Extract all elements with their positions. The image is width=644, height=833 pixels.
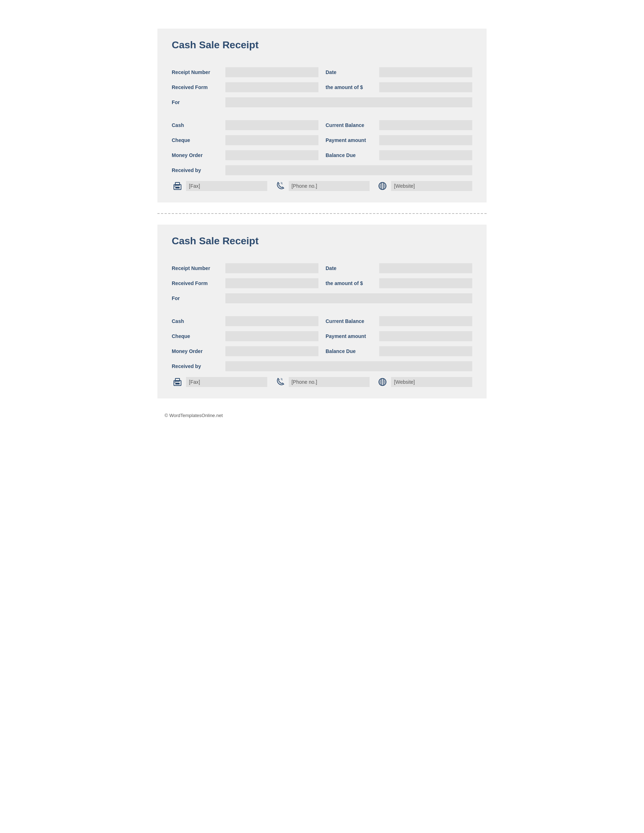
date-label-2: Date bbox=[325, 265, 376, 271]
website-input-2[interactable]: [Website] bbox=[391, 377, 472, 387]
receipt-number-label-2: Receipt Number bbox=[172, 265, 222, 271]
money-order-input-2[interactable] bbox=[225, 346, 319, 356]
cash-label-1: Cash bbox=[172, 122, 222, 128]
receipt-1: Cash Sale Receipt Receipt Number Date Re… bbox=[158, 29, 486, 203]
receipt-divider bbox=[158, 213, 486, 214]
website-icon-1 bbox=[377, 180, 388, 192]
phone-icon-1 bbox=[274, 180, 286, 192]
phone-icon-2 bbox=[274, 376, 286, 388]
for-label-2: For bbox=[172, 296, 222, 301]
fax-input-1[interactable]: [Fax] bbox=[186, 181, 267, 191]
current-balance-input-2[interactable] bbox=[379, 316, 472, 326]
received-by-label-2: Received by bbox=[172, 363, 222, 369]
fax-icon-1 bbox=[172, 180, 183, 192]
amount-input-2[interactable] bbox=[379, 278, 472, 288]
payment-amount-input-2[interactable] bbox=[379, 331, 472, 341]
received-form-label-2: Received Form bbox=[172, 280, 222, 286]
received-by-label-1: Received by bbox=[172, 167, 222, 173]
money-order-input-1[interactable] bbox=[225, 150, 319, 160]
received-form-input-2[interactable] bbox=[225, 278, 319, 288]
cash-input-1[interactable] bbox=[225, 120, 319, 130]
receipt-1-title: Cash Sale Receipt bbox=[172, 39, 472, 51]
website-icon-2 bbox=[377, 376, 388, 388]
cheque-label-2: Cheque bbox=[172, 333, 222, 339]
received-form-input-1[interactable] bbox=[225, 82, 319, 92]
receipt-2-title: Cash Sale Receipt bbox=[172, 235, 472, 247]
footer-2: [Fax] [Phone no.] bbox=[172, 376, 472, 388]
receipt-number-input-1[interactable] bbox=[225, 67, 319, 77]
current-balance-label-1: Current Balance bbox=[325, 122, 376, 128]
current-balance-input-1[interactable] bbox=[379, 120, 472, 130]
amount-input-1[interactable] bbox=[379, 82, 472, 92]
receipt-number-label-1: Receipt Number bbox=[172, 69, 222, 75]
payment-amount-input-1[interactable] bbox=[379, 135, 472, 145]
balance-due-label-2: Balance Due bbox=[325, 348, 376, 354]
copyright-text: © WordTemplatesOnline.net bbox=[158, 413, 486, 418]
received-by-input-2[interactable] bbox=[225, 361, 472, 371]
svg-rect-11 bbox=[175, 383, 180, 384]
date-input-1[interactable] bbox=[379, 67, 472, 77]
received-by-input-1[interactable] bbox=[225, 165, 472, 175]
receipt-2: Cash Sale Receipt Receipt Number Date Re… bbox=[158, 225, 486, 399]
date-input-2[interactable] bbox=[379, 263, 472, 273]
phone-input-2[interactable]: [Phone no.] bbox=[289, 377, 370, 387]
website-input-1[interactable]: [Website] bbox=[391, 181, 472, 191]
payment-amount-label-1: Payment amount bbox=[325, 137, 376, 143]
fax-icon-2 bbox=[172, 376, 183, 388]
footer-1: [Fax] [Phone no.] bbox=[172, 180, 472, 192]
fax-input-2[interactable]: [Fax] bbox=[186, 377, 267, 387]
balance-due-input-1[interactable] bbox=[379, 150, 472, 160]
received-form-label-1: Received Form bbox=[172, 84, 222, 90]
cheque-label-1: Cheque bbox=[172, 137, 222, 143]
money-order-label-2: Money Order bbox=[172, 348, 222, 354]
cheque-input-2[interactable] bbox=[225, 331, 319, 341]
cheque-input-1[interactable] bbox=[225, 135, 319, 145]
for-input-2[interactable] bbox=[225, 293, 472, 303]
svg-point-3 bbox=[175, 186, 175, 187]
current-balance-label-2: Current Balance bbox=[325, 318, 376, 324]
amount-label-2: the amount of $ bbox=[325, 280, 376, 286]
svg-rect-2 bbox=[175, 187, 180, 188]
svg-point-12 bbox=[175, 382, 175, 383]
balance-due-label-1: Balance Due bbox=[325, 152, 376, 158]
money-order-label-1: Money Order bbox=[172, 152, 222, 158]
for-input-1[interactable] bbox=[225, 97, 472, 107]
receipt-number-input-2[interactable] bbox=[225, 263, 319, 273]
date-label-1: Date bbox=[325, 69, 376, 75]
amount-label-1: the amount of $ bbox=[325, 84, 376, 90]
payment-amount-label-2: Payment amount bbox=[325, 333, 376, 339]
for-label-1: For bbox=[172, 100, 222, 105]
cash-label-2: Cash bbox=[172, 318, 222, 324]
cash-input-2[interactable] bbox=[225, 316, 319, 326]
balance-due-input-2[interactable] bbox=[379, 346, 472, 356]
phone-input-1[interactable]: [Phone no.] bbox=[289, 181, 370, 191]
